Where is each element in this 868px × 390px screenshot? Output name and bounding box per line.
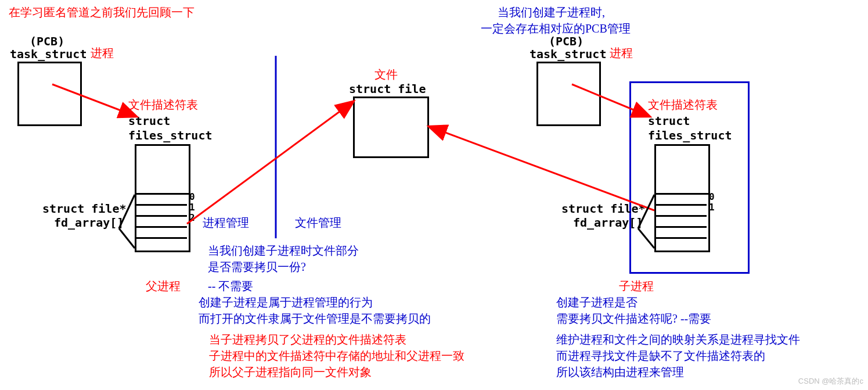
left-task-struct: task_struct: [10, 46, 87, 62]
left-row-3: [135, 226, 187, 228]
right-b1: 创建子进程是否: [556, 295, 638, 310]
center-q3: -- 不需要: [208, 278, 253, 294]
right-b3: 维护进程和文件之间的映射关系是进程寻找文件: [556, 332, 800, 348]
right-pcb-box: [536, 62, 601, 126]
center-r1: 当子进程拷贝了父进程的文件描述符表: [209, 332, 406, 348]
left-struct-txt: struct: [128, 113, 170, 129]
right-mgmt-label: 文件管理: [295, 215, 341, 231]
right-n1: 1: [709, 201, 715, 214]
title: 在学习匿名管道之前我们先回顾一下: [9, 5, 195, 20]
center-r2: 子进程中的文件描述符中存储的地址和父进程一致: [209, 348, 464, 364]
left-mgmt-label: 进程管理: [203, 215, 249, 231]
right-files-struct: files_struct: [648, 128, 732, 144]
struct-file-box: [353, 96, 429, 158]
right-row-2: [654, 215, 707, 217]
right-row-3: [654, 226, 707, 228]
svg-line-6: [119, 228, 135, 248]
right-task-struct: task_struct: [530, 46, 606, 62]
right-row-4: [654, 237, 707, 239]
left-row-1: [135, 204, 187, 206]
right-struct-txt: struct: [648, 113, 690, 129]
svg-line-4: [430, 127, 654, 210]
watermark: CSDN @哈茶真的c: [798, 376, 863, 387]
left-process-label: 进程: [91, 45, 114, 61]
center-q4: 创建子进程是属于进程管理的行为: [199, 295, 373, 310]
left-fd-table-label: 文件描述符表: [128, 97, 198, 113]
left-files-struct: files_struct: [128, 128, 213, 144]
right-fdarray-box: [654, 193, 710, 252]
right-b5: 所以该结构由进程来管理: [556, 364, 684, 380]
left-pcb-box: [17, 62, 82, 126]
right-b4: 而进程寻找文件是缺不了文件描述符表的: [556, 348, 765, 364]
right-b2: 需要拷贝文件描述符呢? --需要: [556, 311, 711, 327]
center-q2: 是否需要拷贝一份?: [208, 259, 306, 275]
left-n2: 2: [189, 212, 195, 224]
file-label: 文件: [374, 67, 398, 83]
left-fdarray-box: [135, 193, 190, 252]
child-process-label: 子进程: [619, 278, 654, 294]
svg-line-3: [187, 102, 353, 224]
right-row-1: [654, 204, 707, 206]
right-struct-file-ptr: struct file*: [561, 201, 646, 217]
right-fd-table-label: 文件描述符表: [648, 97, 718, 113]
struct-file-text: struct file: [349, 81, 426, 97]
center-q1: 当我们创建子进程时文件部分: [208, 243, 359, 259]
parent-process-label: 父进程: [146, 278, 181, 294]
right-process-label: 进程: [610, 45, 633, 61]
top-blue-line-1: 当我们创建子进程时,: [498, 5, 605, 20]
left-row-4: [135, 237, 187, 239]
center-q5: 而打开的文件隶属于文件管理是不需要拷贝的: [199, 311, 431, 327]
right-fd-array: fd_array[]: [573, 215, 643, 231]
left-fd-array: fd_array[]: [54, 215, 124, 231]
center-r3: 所以父子进程指向同一文件对象: [209, 364, 372, 380]
left-struct-file-ptr: struct file*: [42, 201, 127, 217]
left-row-2: [135, 215, 187, 217]
